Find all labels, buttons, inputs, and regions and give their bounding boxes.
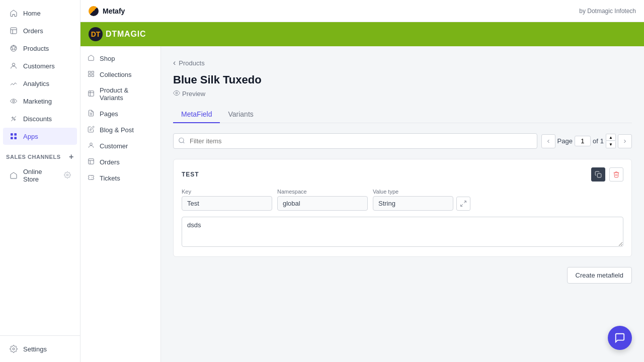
value-textarea[interactable]: dsds: [182, 217, 623, 247]
value-type-select[interactable]: String Integer JSON Boolean: [373, 196, 453, 211]
sidebar-marketing-label: Marketing: [23, 98, 52, 105]
sidebar-item-home[interactable]: Home: [3, 5, 77, 22]
sales-channels-section: SALES CHANNELS +: [0, 145, 80, 163]
second-sidebar-orders[interactable]: Orders: [80, 154, 160, 170]
svg-rect-0: [11, 28, 17, 34]
filter-input[interactable]: [173, 133, 537, 149]
discounts-icon: [9, 114, 18, 123]
expand-button[interactable]: [456, 197, 470, 211]
breadcrumb[interactable]: ‹ Products: [173, 58, 632, 67]
sidebar-item-discounts[interactable]: Discounts: [3, 110, 77, 127]
svg-rect-12: [89, 71, 91, 73]
sidebar-item-customers[interactable]: Customers: [3, 57, 77, 74]
namespace-input[interactable]: [277, 196, 368, 211]
section-actions: [591, 167, 623, 182]
delete-button[interactable]: [609, 167, 623, 182]
sidebar-item-online-store[interactable]: Online Store: [3, 164, 77, 187]
shop-icon: [88, 54, 96, 62]
add-sales-channel-button[interactable]: +: [69, 152, 74, 161]
product-variants-icon: [88, 90, 96, 98]
sidebar-item-products[interactable]: Products: [3, 40, 77, 57]
page-number-input[interactable]: [575, 136, 591, 146]
tab-variants[interactable]: Variants: [220, 106, 261, 123]
sidebar-item-orders[interactable]: Orders: [3, 22, 77, 39]
search-icon: [178, 137, 185, 145]
svg-rect-14: [89, 74, 91, 76]
second-sidebar-customer[interactable]: Customer: [80, 138, 160, 154]
value-type-wrap: String Integer JSON Boolean: [373, 196, 470, 211]
second-sidebar-blog-post[interactable]: Blog & Post: [80, 122, 160, 138]
svg-point-16: [90, 143, 93, 145]
svg-point-3: [13, 100, 15, 102]
sidebar-home-label: Home: [23, 10, 41, 17]
customers-icon: [9, 61, 18, 70]
sidebar-item-marketing[interactable]: Marketing: [3, 93, 77, 110]
create-metafield-button[interactable]: Create metafield: [567, 267, 632, 284]
page-nav: Page of 1 ▲ ▼: [541, 134, 632, 148]
svg-point-19: [179, 138, 184, 142]
preview-link[interactable]: Preview: [173, 89, 632, 98]
marketing-icon: [9, 97, 18, 106]
svg-rect-20: [597, 173, 601, 177]
breadcrumb-arrow-icon: ‹: [173, 58, 176, 67]
second-sidebar-pages[interactable]: Pages: [80, 106, 160, 122]
collections-label: Collections: [100, 71, 132, 78]
topbar-attribution: by Dotmagic Infotech: [579, 8, 636, 15]
product-title: Blue Silk Tuxedo: [173, 73, 632, 86]
sidebar-orders-label: Orders: [23, 27, 43, 35]
second-sidebar-collections[interactable]: Collections: [80, 66, 160, 82]
sidebar-apps-label: Apps: [23, 133, 38, 140]
orders-icon: [9, 26, 18, 35]
svg-point-11: [13, 348, 15, 350]
page-info: Page of 1: [557, 136, 604, 146]
svg-point-10: [66, 174, 68, 176]
sidebar-discounts-label: Discounts: [23, 115, 52, 123]
sidebar-item-settings[interactable]: Settings: [3, 340, 77, 357]
customer-label: Customer: [100, 142, 128, 150]
svg-point-2: [12, 63, 15, 66]
svg-rect-8: [11, 137, 13, 139]
second-sidebar: Shop Collections Product & Variants Page…: [80, 46, 161, 362]
svg-rect-6: [11, 133, 13, 136]
shop-label: Shop: [100, 55, 115, 62]
second-sidebar-shop[interactable]: Shop: [80, 50, 160, 66]
tickets-label: Tickets: [100, 174, 120, 182]
chat-fab-button[interactable]: [608, 326, 632, 350]
section-header: TEST: [182, 167, 623, 182]
svg-point-5: [14, 119, 16, 121]
dtmagic-logo: DT DTMAGIC: [89, 27, 146, 41]
topbar: Metafy by Dotmagic Infotech: [80, 0, 644, 22]
page-up-button[interactable]: ▲: [606, 134, 616, 141]
collections-icon: [88, 70, 96, 78]
svg-rect-9: [14, 137, 17, 139]
page-next-button[interactable]: [618, 134, 632, 148]
blog-post-icon: [88, 126, 96, 134]
metafield-section: TEST Key: [173, 159, 632, 257]
dtmagic-logo-icon: DT: [89, 27, 103, 41]
filter-bar: Page of 1 ▲ ▼: [173, 133, 632, 149]
second-orders-icon: [88, 158, 96, 166]
online-store-icon: [9, 171, 18, 180]
topbar-title: Metafy: [103, 7, 125, 15]
key-input[interactable]: [182, 196, 272, 211]
main-wrapper: Metafy by Dotmagic Infotech DT DTMAGIC S…: [80, 0, 644, 362]
home-icon: [9, 9, 18, 18]
svg-rect-15: [92, 74, 94, 76]
tab-metafield[interactable]: MetaField: [173, 106, 220, 123]
online-store-label: Online Store: [23, 168, 59, 183]
sidebar-item-apps[interactable]: Apps: [3, 128, 77, 145]
tabs: MetaField Variants: [173, 106, 632, 123]
sidebar-item-analytics[interactable]: Analytics: [3, 75, 77, 92]
key-field-group: Key: [182, 189, 272, 211]
pages-label: Pages: [100, 110, 118, 118]
page-prev-button[interactable]: [541, 134, 555, 148]
second-sidebar-product-variants[interactable]: Product & Variants: [80, 82, 160, 106]
svg-rect-17: [89, 159, 94, 164]
second-sidebar-tickets[interactable]: Tickets: [80, 170, 160, 186]
main-content: ‹ Products Blue Silk Tuxedo Preview Meta…: [161, 46, 644, 362]
sidebar-analytics-label: Analytics: [23, 80, 49, 87]
copy-button[interactable]: [591, 167, 605, 182]
page-down-button[interactable]: ▼: [606, 141, 616, 148]
sidebar-products-label: Products: [23, 45, 49, 52]
namespace-field-group: Namespace: [277, 189, 368, 211]
